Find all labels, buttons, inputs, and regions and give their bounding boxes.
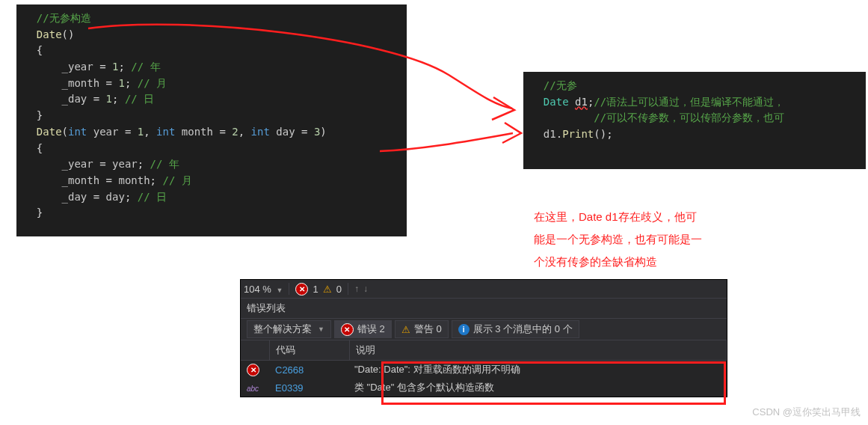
error-table: 代码 说明 ✕ C2668 "Date::Date": 对重载函数的调用不明确 … [241,340,727,397]
warning-filter-button[interactable]: ⚠警告 0 [395,320,449,338]
warning-count-icon[interactable]: ⚠ [323,284,332,295]
col-header-code[interactable]: 代码 [270,340,350,360]
watermark: CSDN @逗你笑出马甲线 [752,406,861,419]
error-icon: ✕ [247,364,259,376]
code-block-left: //无参构造 Date() { _year = 1; // 年 _month =… [16,4,407,236]
error-panel-toolbar: 104 % ▼ ✕1 ⚠0 ↑ ↓ [241,280,727,299]
code-block-right: //无参 Date d1;//语法上可以通过，但是编译不能通过， //可以不传参… [523,72,866,169]
intellisense-icon: abc [247,385,259,393]
col-header-desc[interactable]: 说明 [350,340,727,360]
zoom-level[interactable]: 104 % ▼ [244,284,283,295]
error-filter-button[interactable]: ✕错误 2 [334,320,392,338]
nav-up-icon[interactable]: ↑ [354,284,359,294]
error-panel: 104 % ▼ ✕1 ⚠0 ↑ ↓ 错误列表 整个解决方案▼ ✕错误 2 ⚠警告… [240,279,727,397]
highlight-box [381,361,726,405]
explanation-text: 在这里，Date d1存在歧义，他可 能是一个无参构造，也有可能是一 个没有传参… [534,206,702,273]
error-count-icon[interactable]: ✕ [295,283,308,296]
info-filter-button[interactable]: i展示 3 个消息中的 0 个 [452,320,579,338]
error-filter-bar: 整个解决方案▼ ✕错误 2 ⚠警告 0 i展示 3 个消息中的 0 个 [241,319,727,340]
scope-dropdown[interactable]: 整个解决方案▼ [247,320,331,338]
error-list-title: 错误列表 [241,299,727,319]
nav-down-icon[interactable]: ↓ [363,284,368,294]
